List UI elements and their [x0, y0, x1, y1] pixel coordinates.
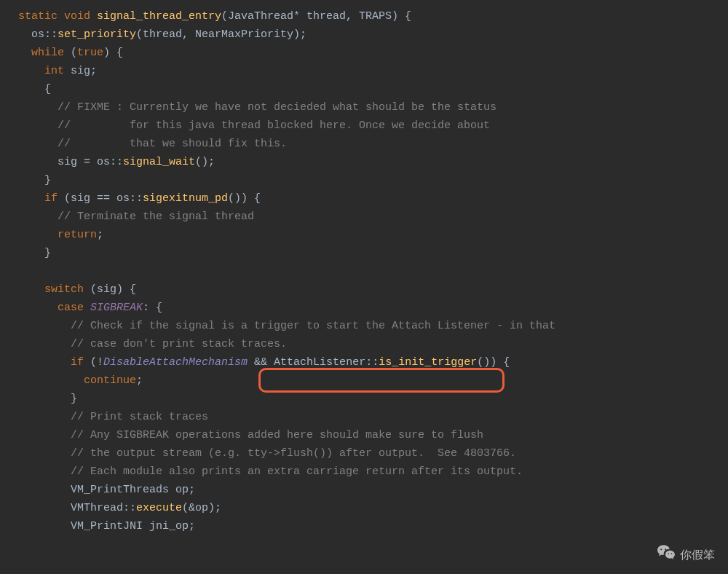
code-line: // for this java thread blocked here. On… — [18, 117, 728, 135]
code-token: // Terminate the signal thread — [58, 211, 254, 223]
code-token: // Each module also prints an extra carr… — [71, 465, 523, 478]
code-token: ; — [136, 374, 143, 387]
code-line: // Each module also prints an extra carr… — [18, 463, 728, 481]
code-token: case — [58, 302, 90, 314]
code-line: // Terminate the signal thread — [18, 208, 728, 226]
code-line: case SIGBREAK: { — [18, 299, 728, 317]
code-token: // the output stream (e.g. tty->flush())… — [71, 447, 516, 460]
code-token: sig = os:: — [58, 156, 123, 168]
code-token: while — [31, 47, 71, 59]
code-token: DisableAttachMechanism — [103, 356, 248, 369]
code-block: static void signal_thread_entry(JavaThre… — [0, 7, 728, 535]
code-token: ) { — [103, 47, 123, 59]
code-line: // FIXME : Currently we have not deciede… — [18, 98, 728, 117]
code-token: && — [248, 356, 274, 369]
code-line: sig = os::signal_wait(); — [18, 153, 728, 171]
code-token: void — [64, 10, 97, 23]
code-line — [18, 262, 728, 280]
code-token: sigexitnum_pd — [143, 192, 228, 205]
code-token: { — [44, 83, 51, 95]
code-token: switch — [44, 283, 90, 296]
code-token: os:: — [31, 28, 58, 41]
code-token: // Any SIGBREAK operations added here sh… — [71, 429, 483, 441]
code-token: AttachListener:: — [274, 356, 379, 369]
code-token: set_priority — [58, 28, 136, 41]
code-token: ( — [71, 47, 77, 59]
code-line: VM_PrintJNI jni_op; — [18, 517, 728, 535]
code-token: (! — [90, 356, 103, 369]
code-token: signal_thread_entry — [97, 10, 221, 23]
code-line: } — [18, 390, 728, 408]
code-token: // that we should fix this. — [58, 138, 287, 150]
watermark-text: 你假笨 — [680, 546, 715, 564]
code-line: continue; — [18, 371, 728, 390]
code-line: } — [18, 244, 728, 262]
code-line: while (true) { — [18, 44, 728, 62]
code-line: return; — [18, 226, 728, 244]
wechat-icon — [657, 543, 676, 567]
watermark: 你假笨 — [657, 543, 715, 567]
code-line: // the output stream (e.g. tty->flush())… — [18, 444, 728, 463]
code-token: // case don't print stack traces. — [71, 338, 287, 350]
code-token: VM_PrintJNI jni_op; — [71, 520, 195, 532]
code-token: continue — [84, 374, 136, 387]
code-token: VM_PrintThreads op; — [71, 484, 195, 496]
code-token: // FIXME : Currently we have not deciede… — [58, 101, 496, 114]
code-line: { — [18, 80, 728, 98]
code-token: ; — [97, 229, 103, 241]
code-line: // Print stack traces — [18, 408, 728, 426]
code-token: is_init_trigger — [379, 356, 477, 369]
code-token: ()) { — [228, 192, 261, 205]
code-token: // Print stack traces — [71, 411, 208, 423]
code-line: VM_PrintThreads op; — [18, 481, 728, 499]
code-token: static — [18, 10, 64, 23]
code-token: true — [77, 47, 103, 59]
code-token: return — [58, 229, 97, 241]
code-token: if — [44, 192, 64, 205]
code-line: VMThread::execute(&op); — [18, 499, 728, 517]
code-token: VMThread:: — [71, 502, 136, 514]
code-token: if — [71, 356, 90, 369]
code-line: if (!DisableAttachMechanism && AttachLis… — [18, 353, 728, 371]
code-token: sig; — [71, 65, 97, 77]
code-token: } — [71, 393, 77, 405]
code-token: : { — [143, 302, 162, 314]
code-token: int — [44, 65, 71, 77]
code-token: SIGBREAK — [90, 302, 143, 314]
code-line: static void signal_thread_entry(JavaThre… — [18, 7, 728, 25]
code-line: int sig; — [18, 62, 728, 80]
code-token: signal_wait — [123, 156, 195, 168]
code-token: // for this java thread blocked here. On… — [58, 119, 490, 132]
code-token: // Check if the signal is a trigger to s… — [71, 320, 555, 332]
code-token: ()) { — [477, 356, 510, 369]
code-line: // Check if the signal is a trigger to s… — [18, 317, 728, 335]
code-line: // case don't print stack traces. — [18, 335, 728, 353]
code-token: (sig == os:: — [64, 192, 143, 205]
code-line: // Any SIGBREAK operations added here sh… — [18, 426, 728, 444]
code-token: (JavaThread* thread, TRAPS) { — [221, 10, 411, 23]
code-token: } — [44, 174, 51, 186]
code-token: (); — [195, 156, 215, 168]
code-token: execute — [136, 502, 182, 514]
code-line: } — [18, 171, 728, 189]
code-line: os::set_priority(thread, NearMaxPriority… — [18, 25, 728, 44]
code-token: (&op); — [182, 502, 221, 514]
code-line: // that we should fix this. — [18, 135, 728, 153]
code-token: (thread, NearMaxPriority); — [136, 28, 306, 41]
code-line: if (sig == os::sigexitnum_pd()) { — [18, 189, 728, 208]
code-token: } — [44, 247, 51, 259]
code-token: (sig) { — [90, 283, 136, 296]
code-line: switch (sig) { — [18, 280, 728, 299]
